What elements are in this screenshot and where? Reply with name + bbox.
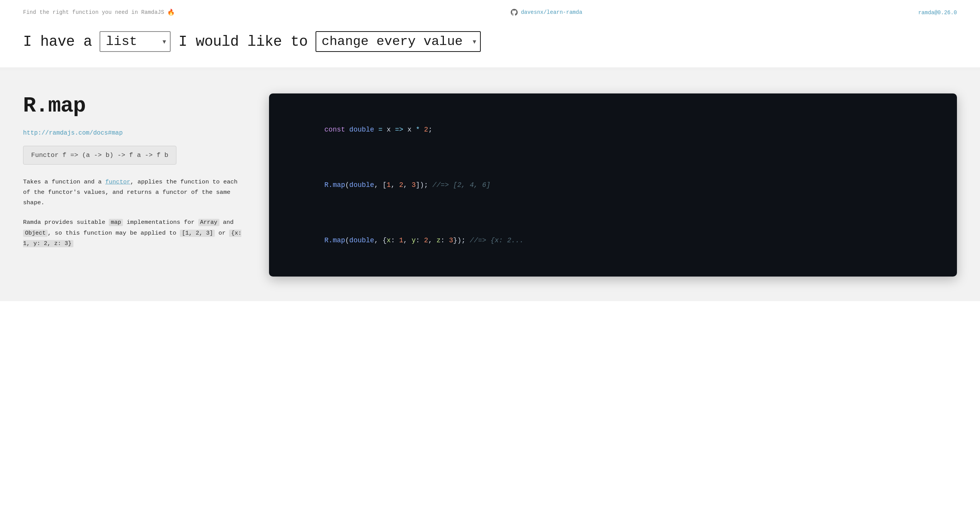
n3: 3 bbox=[412, 181, 416, 189]
rmap-fn: R.map bbox=[324, 181, 345, 189]
close2: }); bbox=[453, 237, 465, 244]
y-key: y bbox=[412, 237, 416, 244]
num-2: 2 bbox=[424, 126, 428, 133]
description-paragraph-2: Ramda provides suitable map implementati… bbox=[23, 217, 246, 249]
y-val: 2 bbox=[424, 237, 428, 244]
double-arg2: double bbox=[349, 237, 374, 244]
github-link[interactable]: davesnx/learn-ramda bbox=[521, 9, 582, 15]
action-dropdown[interactable]: change every value filter values reduce … bbox=[316, 31, 481, 52]
x-val: 1 bbox=[399, 237, 404, 244]
code-line-1: const double = x => x * 2; bbox=[283, 109, 943, 150]
map-code: map bbox=[109, 219, 123, 226]
comment2: //=> {x: 2... bbox=[465, 237, 523, 244]
version-section[interactable]: ramda@0.26.0 bbox=[918, 9, 957, 16]
middle-text: I would like to bbox=[178, 33, 307, 50]
content-inner: R.map http://ramdajs.com/docs#map Functo… bbox=[23, 93, 957, 277]
docs-link[interactable]: http://ramdajs.com/docs#map bbox=[23, 130, 246, 137]
z-val: 3 bbox=[449, 237, 453, 244]
comment1: //=> [2, 4, 6] bbox=[428, 181, 490, 189]
signature-text: Functor f => (a -> b) -> f a -> f b bbox=[31, 152, 168, 159]
z-key: z bbox=[437, 237, 441, 244]
sentence-row: I have a list object string number ▾ I w… bbox=[23, 31, 957, 52]
prefix-text: I have a bbox=[23, 33, 92, 50]
x-param: x bbox=[387, 126, 395, 133]
code-line-3: R.map(double, [1, 2, 3]); //=> [2, 4, 6] bbox=[283, 164, 943, 206]
type-dropdown[interactable]: list object string number bbox=[100, 31, 171, 52]
functor-link[interactable]: functor bbox=[105, 178, 130, 185]
top-bar: Find the right function you need in Ramd… bbox=[0, 0, 980, 20]
double-var: double bbox=[349, 126, 379, 133]
object-code: Object bbox=[23, 230, 48, 237]
sep3: , bbox=[403, 237, 412, 244]
array-code: Array bbox=[198, 219, 219, 226]
code-line-4 bbox=[283, 206, 943, 220]
x-key: x bbox=[387, 237, 391, 244]
content-section: R.map http://ramdajs.com/docs#map Functo… bbox=[0, 70, 980, 301]
obj-open: , { bbox=[374, 237, 387, 244]
version-link[interactable]: ramda@0.26.0 bbox=[918, 10, 957, 16]
comma1: , [ bbox=[374, 181, 387, 189]
action-dropdown-wrapper[interactable]: change every value filter values reduce … bbox=[316, 31, 481, 52]
left-content: R.map http://ramdajs.com/docs#map Functo… bbox=[23, 93, 246, 258]
close1: ]); bbox=[416, 181, 428, 189]
colon3: : bbox=[441, 237, 449, 244]
ramda-icon: 🔥 bbox=[167, 8, 175, 16]
colon1: : bbox=[391, 237, 399, 244]
double-arg: double bbox=[349, 181, 374, 189]
n1: 1 bbox=[387, 181, 391, 189]
sep2: , bbox=[403, 181, 412, 189]
signature-box: Functor f => (a -> b) -> f a -> f b bbox=[23, 146, 176, 165]
mult-op: * bbox=[416, 126, 424, 133]
colon2: : bbox=[416, 237, 424, 244]
arrow: => bbox=[395, 126, 407, 133]
sep1: , bbox=[391, 181, 399, 189]
function-title: R.map bbox=[23, 93, 246, 118]
right-content: const double = x => x * 2; R.map(double,… bbox=[269, 93, 957, 277]
code-line-5: R.map(double, {x: 1, y: 2, z: 3}); //=> … bbox=[283, 220, 943, 261]
function-title-text: R.map bbox=[23, 93, 85, 118]
rmap-fn2: R.map bbox=[324, 237, 345, 244]
eq-operator: = bbox=[378, 126, 387, 133]
const-keyword: const bbox=[324, 126, 349, 133]
paren2: ( bbox=[345, 237, 349, 244]
code-line-2 bbox=[283, 150, 943, 164]
tagline-section: Find the right function you need in Ramd… bbox=[23, 8, 175, 16]
paren1: ( bbox=[345, 181, 349, 189]
github-icon bbox=[511, 9, 518, 16]
description-paragraph-1: Takes a function and a functor, applies … bbox=[23, 177, 246, 208]
semicolon1: ; bbox=[428, 126, 432, 133]
divider bbox=[0, 67, 980, 70]
code-block: const double = x => x * 2; R.map(double,… bbox=[269, 93, 957, 277]
x-body: x bbox=[407, 126, 416, 133]
sep4: , bbox=[428, 237, 437, 244]
tagline-text: Find the right function you need in Ramd… bbox=[23, 9, 164, 15]
type-dropdown-wrapper[interactable]: list object string number ▾ bbox=[100, 31, 171, 52]
array-example-code: [1, 2, 3] bbox=[180, 230, 215, 237]
header-section: I have a list object string number ▾ I w… bbox=[0, 20, 980, 67]
github-section[interactable]: davesnx/learn-ramda bbox=[511, 9, 582, 16]
n2: 2 bbox=[399, 181, 404, 189]
